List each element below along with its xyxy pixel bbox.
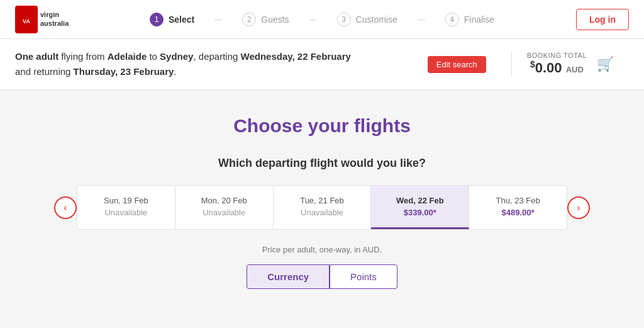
return-date: Thursday, 23 February — [74, 66, 174, 77]
depart-date: Wednesday, 22 February — [241, 51, 351, 62]
search-info: One adult flying from Adelaide to Sydney… — [15, 49, 428, 79]
date-card-status-1: Unavailable — [183, 208, 265, 217]
step-2-num: 2 — [242, 13, 256, 26]
step-3-num: 3 — [337, 13, 351, 26]
date-card-0[interactable]: Sun, 19 FebUnavailable — [77, 186, 175, 229]
main-content: Choose your flights Which departing flig… — [39, 90, 605, 304]
date-card-status-3: $339.00* — [379, 208, 461, 217]
next-date-button[interactable]: › — [567, 196, 590, 219]
booking-currency: AUD — [566, 65, 584, 75]
steps-nav: 1 Select — 2 Guests — 3 Customise — 4 Fi… — [150, 13, 494, 26]
currency-toggle-button[interactable]: Currency — [247, 264, 330, 289]
svg-text:VA: VA — [23, 18, 30, 25]
step-4-num: 4 — [445, 13, 459, 26]
toggle-group: Currency Points — [54, 264, 590, 289]
date-cards: Sun, 19 FebUnavailableMon, 20 FebUnavail… — [77, 185, 567, 230]
date-card-day-1: Mon, 20 Feb — [183, 196, 265, 205]
step-1-num: 1 — [150, 13, 164, 26]
points-toggle-button[interactable]: Points — [330, 264, 397, 289]
date-slider: ‹ Sun, 19 FebUnavailableMon, 20 FebUnava… — [54, 185, 590, 230]
date-card-day-2: Tue, 21 Feb — [281, 196, 364, 205]
prev-date-button[interactable]: ‹ — [54, 196, 77, 219]
date-card-status-0: Unavailable — [85, 208, 167, 217]
date-card-status-4: $489.00* — [477, 208, 559, 217]
sub-title: Which departing flight would you like? — [54, 157, 590, 170]
step-customise[interactable]: 3 Customise — [337, 13, 397, 26]
logo-text: virginaustralia — [40, 11, 69, 27]
step-guests[interactable]: 2 Guests — [242, 13, 289, 26]
step-4-label: Finalise — [464, 14, 494, 25]
page-title: Choose your flights — [54, 115, 590, 137]
date-card-status-2: Unavailable — [281, 208, 364, 217]
booking-amount: $0.00 AUD — [527, 59, 587, 76]
step-1-label: Select — [169, 14, 194, 25]
date-card-3[interactable]: Wed, 22 Feb$339.00* — [371, 186, 469, 229]
currency-symbol: $ — [530, 59, 535, 69]
step-sep-1: — — [214, 15, 222, 24]
search-bar: One adult flying from Adelaide to Sydney… — [0, 39, 644, 90]
logo-icon: VA — [15, 6, 38, 33]
price-note: Price per adult, one-way, in AUD. — [54, 245, 590, 254]
date-card-1[interactable]: Mon, 20 FebUnavailable — [175, 186, 274, 229]
date-card-day-4: Thu, 23 Feb — [477, 196, 559, 205]
passenger-type: One adult — [15, 51, 58, 62]
step-finalise[interactable]: 4 Finalise — [445, 13, 494, 26]
logo: VA virginaustralia — [15, 6, 69, 33]
date-card-day-3: Wed, 22 Feb — [379, 196, 461, 205]
step-2-label: Guests — [261, 14, 289, 25]
step-sep-2: — — [309, 15, 317, 24]
step-3-label: Customise — [356, 14, 397, 25]
date-card-2[interactable]: Tue, 21 FebUnavailable — [274, 186, 372, 229]
booking-total: BOOKING TOTAL $0.00 AUD 🛒 — [511, 52, 629, 76]
header: VA virginaustralia 1 Select — 2 Guests —… — [0, 0, 644, 39]
destination-city: Sydney — [160, 51, 193, 62]
edit-search-button[interactable]: Edit search — [428, 56, 486, 73]
date-card-day-0: Sun, 19 Feb — [85, 196, 167, 205]
step-sep-3: — — [418, 15, 425, 24]
step-select[interactable]: 1 Select — [150, 13, 194, 26]
booking-label: BOOKING TOTAL — [527, 52, 587, 59]
cart-icon: 🛒 — [597, 56, 614, 72]
login-button[interactable]: Log in — [576, 9, 629, 30]
date-card-4[interactable]: Thu, 23 Feb$489.00* — [469, 186, 567, 229]
origin-city: Adelaide — [108, 51, 147, 62]
